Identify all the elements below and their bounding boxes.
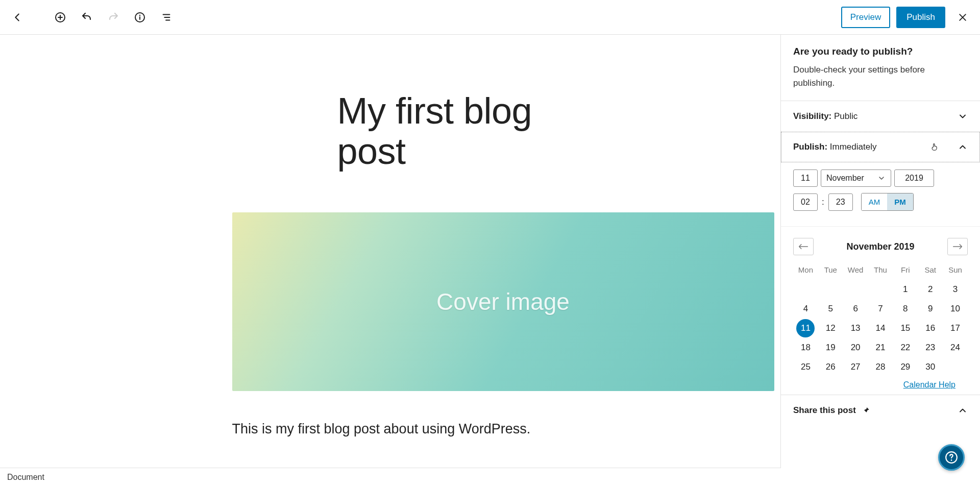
chevron-down-icon [958,111,968,121]
next-month-button[interactable] [947,238,968,255]
day-input[interactable] [793,169,818,187]
preview-button[interactable]: Preview [841,7,890,28]
calendar-day[interactable]: 15 [896,319,915,337]
pushpin-icon [861,406,870,415]
datetime-controls: November : AM PM [781,162,980,220]
close-icon [958,12,968,22]
undo-button[interactable] [76,6,98,29]
paragraph-block-1[interactable]: This is my first blog post about using W… [232,420,569,439]
visibility-value: Public [834,111,857,121]
chevron-down-icon [877,174,886,182]
calendar-day[interactable]: 4 [796,300,815,318]
ampm-toggle: AM PM [861,193,914,211]
calendar-day[interactable]: 9 [921,300,940,318]
redo-icon [107,11,119,23]
calendar-dow: Sun [943,262,968,279]
list-icon [161,12,172,23]
am-button[interactable]: AM [862,193,888,210]
outline-button[interactable] [155,6,178,29]
chevron-left-icon [12,12,23,23]
cursor-hand-icon [930,142,939,152]
month-select[interactable]: November [821,169,891,187]
calendar-empty [796,280,815,299]
publish-time-row[interactable]: Publish: Immediately [781,132,980,162]
calendar-day[interactable]: 1 [896,280,915,299]
arrow-right-icon [952,243,963,250]
breadcrumb-document: Document [7,473,44,482]
ready-subtext: Double-check your settings before publis… [793,63,968,89]
calendar: November 2019 MonTueWedThuFriSatSun12345… [781,226,980,395]
chevron-up-icon [958,405,968,416]
svg-point-4 [951,459,952,461]
calendar-day[interactable]: 6 [846,300,865,318]
calendar-empty [846,280,865,299]
calendar-empty [871,280,890,299]
redo-button[interactable] [102,6,125,29]
calendar-day[interactable]: 11 [796,319,815,337]
calendar-day[interactable]: 5 [821,300,840,318]
calendar-day[interactable]: 19 [821,338,840,357]
calendar-day[interactable]: 24 [946,338,965,357]
undo-icon [81,11,93,23]
calendar-day[interactable]: 8 [896,300,915,318]
add-block-button[interactable] [49,6,71,29]
svg-point-2 [139,14,140,15]
bottom-breadcrumb[interactable]: Document [0,468,781,486]
post-title[interactable]: My first blog post [337,91,569,172]
calendar-day[interactable]: 20 [846,338,865,357]
calendar-dow: Fri [893,262,918,279]
calendar-day[interactable]: 29 [896,358,915,376]
cover-text[interactable]: Cover image [436,288,570,315]
plus-circle-icon [54,11,66,23]
calendar-day[interactable]: 27 [846,358,865,376]
calendar-dow: Mon [793,262,818,279]
calendar-day[interactable]: 21 [871,338,890,357]
calendar-day[interactable]: 10 [946,300,965,318]
ready-heading: Are you ready to publish? [793,46,968,57]
cover-block[interactable]: Cover image [232,212,774,391]
calendar-day[interactable]: 7 [871,300,890,318]
publish-button[interactable]: Publish [896,7,945,28]
calendar-day[interactable]: 22 [896,338,915,357]
calendar-dow: Sat [918,262,943,279]
calendar-day[interactable]: 18 [796,338,815,357]
month-value: November [826,174,864,183]
chevron-up-icon [958,142,968,152]
calendar-title: November 2019 [846,241,914,252]
visibility-row[interactable]: Visibility: Public [781,101,980,132]
calendar-dow: Tue [818,262,843,279]
pm-button[interactable]: PM [887,193,913,210]
calendar-day[interactable]: 12 [821,319,840,337]
calendar-empty [821,280,840,299]
calendar-day[interactable]: 28 [871,358,890,376]
top-toolbar: Preview Publish [0,0,980,35]
hour-input[interactable] [793,193,818,211]
year-input[interactable] [894,169,934,187]
calendar-day[interactable]: 30 [921,358,940,376]
close-panel-button[interactable] [951,6,974,29]
minute-input[interactable] [828,193,853,211]
help-icon [945,451,958,464]
help-fab[interactable] [938,444,965,471]
back-button[interactable] [6,6,29,29]
calendar-help-link[interactable]: Calendar Help [903,380,955,389]
calendar-day[interactable]: 13 [846,319,865,337]
share-row[interactable]: Share this post [781,395,980,426]
calendar-dow: Wed [843,262,868,279]
publish-label: Publish: [793,142,827,152]
calendar-dow: Thu [868,262,893,279]
prev-month-button[interactable] [793,238,814,255]
calendar-day[interactable]: 16 [921,319,940,337]
calendar-day[interactable]: 17 [946,319,965,337]
calendar-day[interactable]: 14 [871,319,890,337]
calendar-day[interactable]: 26 [821,358,840,376]
calendar-day[interactable]: 2 [921,280,940,299]
arrow-left-icon [798,243,808,250]
info-icon [134,11,146,23]
calendar-day[interactable]: 3 [946,280,965,299]
info-button[interactable] [129,6,151,29]
calendar-day[interactable]: 23 [921,338,940,357]
editor-canvas[interactable]: My first blog post Cover image This is m… [0,35,781,486]
calendar-day[interactable]: 25 [796,358,815,376]
visibility-label: Visibility: [793,111,831,121]
